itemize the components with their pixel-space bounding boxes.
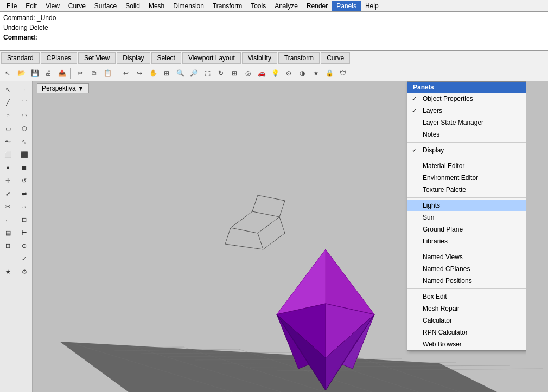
check-icon[interactable]: ✓ bbox=[17, 253, 32, 265]
tab-cplanes[interactable]: CPlanes bbox=[41, 52, 77, 64]
menu-item-environment-editor[interactable]: Environment Editor bbox=[407, 172, 526, 184]
gear-icon[interactable]: ⚙ bbox=[17, 266, 32, 278]
export-icon[interactable]: 📤 bbox=[55, 67, 68, 80]
rotate2-icon[interactable]: ↺ bbox=[17, 175, 32, 187]
copy-icon[interactable]: ⧉ bbox=[87, 67, 100, 80]
cut-icon[interactable]: ✂ bbox=[74, 67, 87, 80]
viewport-label[interactable]: Perspektiva ▼ bbox=[37, 83, 89, 93]
rotate-icon[interactable]: ↻ bbox=[214, 67, 227, 80]
polyline-icon[interactable]: ⌒ bbox=[17, 97, 32, 108]
point-icon[interactable]: · bbox=[17, 83, 32, 95]
snap-icon[interactable]: ⊕ bbox=[17, 240, 32, 252]
menu-item-material-editor[interactable]: Material Editor bbox=[407, 160, 526, 172]
grid-icon[interactable]: ⊞ bbox=[228, 67, 241, 80]
menu-item-named-positions[interactable]: Named Positions bbox=[407, 275, 526, 287]
rectangle-icon[interactable]: ▭ bbox=[1, 123, 16, 134]
scale-icon[interactable]: ⤢ bbox=[1, 188, 16, 200]
menu-item-display[interactable]: ✓ Display bbox=[407, 144, 526, 156]
menu-item-texture-palette[interactable]: Texture Palette bbox=[407, 184, 526, 196]
tab-standard[interactable]: Standard bbox=[1, 52, 40, 64]
star-icon[interactable]: ★ bbox=[1, 266, 16, 278]
hatch-icon[interactable]: ▤ bbox=[1, 227, 16, 239]
menu-item-layers[interactable]: ✓ Layers bbox=[407, 105, 526, 117]
curve2-icon[interactable]: ∿ bbox=[17, 136, 32, 147]
menu-mesh[interactable]: Mesh bbox=[144, 1, 169, 11]
dim-icon[interactable]: ⊢ bbox=[17, 227, 32, 239]
box-icon[interactable]: ◼ bbox=[17, 162, 32, 173]
menu-edit[interactable]: Edit bbox=[21, 1, 41, 11]
circle-icon[interactable]: ○ bbox=[1, 110, 16, 121]
menu-tools[interactable]: Tools bbox=[246, 1, 270, 11]
menu-item-ground-plane[interactable]: Ground Plane bbox=[407, 223, 526, 235]
wireframe-icon[interactable]: ⊙ bbox=[282, 67, 295, 80]
line-icon[interactable]: ╱ bbox=[1, 97, 16, 108]
tab-viewport-layout[interactable]: Viewport Layout bbox=[182, 52, 241, 64]
open-icon[interactable]: 📂 bbox=[15, 67, 28, 80]
command-input-area[interactable]: Command: bbox=[3, 33, 545, 42]
menu-item-notes[interactable]: Notes bbox=[407, 128, 526, 140]
print-icon[interactable]: 🖨 bbox=[42, 67, 55, 80]
save-icon[interactable]: 💾 bbox=[28, 67, 41, 80]
tab-curve[interactable]: Curve bbox=[321, 52, 350, 64]
menu-item-lights[interactable]: Lights bbox=[407, 200, 526, 211]
menu-item-libraries[interactable]: Libraries bbox=[407, 235, 526, 247]
menu-transform[interactable]: Transform bbox=[208, 1, 246, 11]
menu-curve[interactable]: Curve bbox=[64, 1, 90, 11]
redo-icon[interactable]: ↪ bbox=[133, 67, 146, 80]
mirror-icon[interactable]: ⇌ bbox=[17, 188, 32, 200]
polygon-icon[interactable]: ⬡ bbox=[17, 123, 32, 134]
arrow-icon[interactable]: ↖ bbox=[1, 67, 14, 80]
render-icon[interactable]: ★ bbox=[309, 67, 322, 80]
menu-item-named-cplanes[interactable]: Named CPlanes bbox=[407, 263, 526, 275]
menu-render[interactable]: Render bbox=[302, 1, 332, 11]
trim-icon[interactable]: ✂ bbox=[1, 201, 16, 213]
light1-icon[interactable]: 💡 bbox=[269, 67, 282, 80]
menu-help[interactable]: Help bbox=[361, 1, 383, 11]
layer-icon[interactable]: ≡ bbox=[1, 253, 16, 265]
extrude-icon[interactable]: ⬛ bbox=[17, 149, 32, 160]
tab-select[interactable]: Select bbox=[151, 52, 181, 64]
pan-icon[interactable]: ✋ bbox=[146, 67, 160, 80]
menu-item-web-browser[interactable]: Web Browser bbox=[407, 338, 526, 350]
shade-icon[interactable]: ◑ bbox=[296, 67, 309, 80]
grid2-icon[interactable]: ⊞ bbox=[1, 240, 16, 252]
zoom-in-icon[interactable]: 🔍 bbox=[174, 67, 187, 80]
shield-icon[interactable]: 🛡 bbox=[336, 67, 349, 80]
lock-icon[interactable]: 🔒 bbox=[323, 67, 336, 80]
menu-item-box-edit[interactable]: Box Edit bbox=[407, 291, 526, 303]
car-icon[interactable]: 🚗 bbox=[255, 67, 268, 80]
menu-item-sun[interactable]: Sun bbox=[407, 211, 526, 223]
select-pointer-icon[interactable]: ↖ bbox=[1, 83, 16, 95]
menu-dimension[interactable]: Dimension bbox=[169, 1, 208, 11]
zoom-out-icon[interactable]: 🔎 bbox=[187, 67, 200, 80]
menu-solid[interactable]: Solid bbox=[121, 1, 144, 11]
tab-visibility[interactable]: Visibility bbox=[242, 52, 277, 64]
osnap-icon[interactable]: ◎ bbox=[241, 67, 254, 80]
menu-view[interactable]: View bbox=[41, 1, 64, 11]
menu-analyze[interactable]: Analyze bbox=[270, 1, 302, 11]
menu-item-layer-state-manager[interactable]: Layer State Manager bbox=[407, 117, 526, 128]
sphere-icon[interactable]: ● bbox=[1, 162, 16, 173]
surface-icon[interactable]: ⬜ bbox=[1, 149, 16, 160]
menu-item-rpn-calculator[interactable]: RPN Calculator bbox=[407, 326, 526, 338]
move-icon[interactable]: ✛ bbox=[1, 175, 16, 187]
paste-icon[interactable]: 📋 bbox=[101, 67, 114, 80]
arc-icon[interactable]: ◠ bbox=[17, 110, 32, 121]
zoom-window-icon[interactable]: ⬚ bbox=[201, 67, 214, 80]
freeform-icon[interactable]: 〜 bbox=[1, 136, 16, 147]
viewport[interactable]: Perspektiva ▼ bbox=[33, 81, 548, 392]
menu-item-calculator[interactable]: Calculator bbox=[407, 314, 526, 326]
tab-transform[interactable]: Transform bbox=[278, 52, 320, 64]
fillet-icon[interactable]: ⌐ bbox=[1, 214, 16, 226]
zoom-extent-icon[interactable]: ⊞ bbox=[160, 67, 173, 80]
menu-panels[interactable]: Panels bbox=[332, 1, 361, 11]
extend-icon[interactable]: ↔ bbox=[17, 201, 32, 213]
menu-surface[interactable]: Surface bbox=[90, 1, 121, 11]
menu-item-mesh-repair[interactable]: Mesh Repair bbox=[407, 303, 526, 314]
menu-item-object-properties[interactable]: ✓ Object Properties bbox=[407, 93, 526, 105]
menu-item-named-views[interactable]: Named Views bbox=[407, 251, 526, 263]
tab-set-view[interactable]: Set View bbox=[78, 52, 116, 64]
undo-icon[interactable]: ↩ bbox=[119, 67, 132, 80]
offset-icon[interactable]: ⊟ bbox=[17, 214, 32, 226]
tab-display[interactable]: Display bbox=[117, 52, 150, 64]
